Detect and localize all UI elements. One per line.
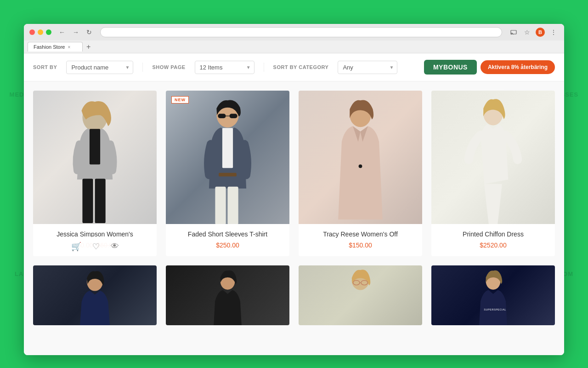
- sort-by-category-select[interactable]: Any Women Men Accessories: [338, 61, 397, 74]
- product-card-4[interactable]: Printed Chiffon Dress $2520.00: [431, 91, 555, 256]
- price-current-4: $2520.00: [480, 242, 506, 249]
- product-image-2: NEW: [166, 91, 289, 224]
- wishlist-icon-1[interactable]: ♡: [92, 242, 100, 252]
- svg-rect-2: [90, 129, 100, 164]
- new-badge-2: NEW: [171, 96, 189, 104]
- filter-divider-2: [264, 63, 264, 72]
- bookmark-button[interactable]: ☆: [522, 28, 532, 37]
- sort-by-category-select-wrap: Any Women Men Accessories ▼: [338, 61, 397, 74]
- new-tab-button[interactable]: +: [85, 43, 92, 51]
- filter-divider-1: [142, 63, 143, 72]
- product-image-7: [299, 265, 422, 325]
- sort-by-select[interactable]: Product name Price: Low to High Price: H…: [66, 61, 133, 74]
- cart-icon-1[interactable]: 🛒: [71, 242, 81, 252]
- browser-toolbar: Fashion Store × +: [24, 40, 564, 53]
- product-image-8: SUPERSPECIAL: [431, 265, 555, 325]
- browser-titlebar: ← → ↻ ☆ B ⋮: [24, 24, 564, 40]
- menu-button[interactable]: ⋮: [548, 28, 559, 37]
- cast-button[interactable]: [509, 28, 519, 36]
- svg-rect-7: [229, 114, 237, 118]
- product-actions-1: 🛒 ♡ 👁: [33, 237, 157, 256]
- product-price-3: $150.00: [303, 242, 418, 249]
- show-page-select[interactable]: 12 Items 24 Items 36 Items 48 Items: [195, 61, 254, 74]
- browser-tab[interactable]: Fashion Store ×: [28, 42, 83, 52]
- reload-button[interactable]: ↻: [85, 28, 94, 37]
- product-image-4: [431, 91, 555, 224]
- maximize-traffic-light[interactable]: [46, 29, 51, 35]
- product-image-6: [166, 265, 289, 325]
- product-price-2: $250.00: [170, 242, 285, 249]
- minimize-traffic-light[interactable]: [38, 29, 43, 35]
- svg-rect-6: [218, 114, 226, 118]
- svg-rect-0: [511, 30, 516, 34]
- product-info-2: Faded Short Sleeves T-shirt $250.00: [166, 224, 289, 256]
- sort-by-category-label: SORT BY CATEGORY: [273, 64, 329, 70]
- back-button[interactable]: ←: [57, 28, 67, 37]
- filter-bar: SORT BY Product name Price: Low to High …: [24, 53, 564, 81]
- tab-label: Fashion Store: [34, 44, 65, 50]
- svg-rect-10: [219, 173, 237, 177]
- svg-point-14: [359, 164, 362, 168]
- product-image-5: [33, 265, 157, 325]
- product-name-2: Faded Short Sleeves T-shirt: [170, 230, 285, 238]
- product-name-3: Tracy Reese Women's Off: [303, 230, 418, 238]
- svg-rect-12: [228, 187, 238, 224]
- sort-by-select-wrap: Product name Price: Low to High Price: H…: [66, 61, 133, 74]
- product-card-5[interactable]: [33, 265, 157, 325]
- address-bar[interactable]: [100, 27, 502, 37]
- sort-by-label: SORT BY: [33, 64, 57, 70]
- view-icon-1[interactable]: 👁: [111, 242, 119, 252]
- product-card-8[interactable]: SUPERSPECIAL: [431, 265, 555, 325]
- tab-close-button[interactable]: ×: [68, 45, 70, 50]
- svg-rect-11: [215, 187, 226, 224]
- product-name-4: Printed Chiffon Dress: [436, 230, 550, 238]
- product-card-6[interactable]: [166, 265, 289, 325]
- product-card-1[interactable]: 🛒 ♡ 👁 Jessica Simpson Women's $50.00 $60…: [33, 91, 157, 256]
- product-card-3[interactable]: Tracy Reese Women's Off $150.00: [299, 91, 422, 256]
- mybonus-container: MYBONUS Aktivera 8% återbäring: [424, 60, 555, 75]
- svg-rect-4: [95, 178, 106, 223]
- product-card-2[interactable]: NEW: [166, 91, 289, 256]
- price-current-2: $250.00: [216, 242, 239, 249]
- product-info-4: Printed Chiffon Dress $2520.00: [431, 224, 555, 256]
- browser-window: ← → ↻ ☆ B ⋮ Fashion Store × + SORT BY: [24, 24, 564, 355]
- product-grid: 🛒 ♡ 👁 Jessica Simpson Women's $50.00 $60…: [24, 81, 564, 334]
- mybonus-button[interactable]: MYBONUS: [424, 60, 477, 75]
- forward-button[interactable]: →: [71, 28, 81, 37]
- aktivera-button[interactable]: Aktivera 8% återbäring: [481, 60, 555, 74]
- product-image-1: [33, 91, 157, 224]
- show-page-label: SHOW PAGE: [152, 64, 185, 70]
- svg-rect-9: [222, 128, 233, 168]
- product-info-3: Tracy Reese Women's Off $150.00: [299, 224, 422, 256]
- page-content: SORT BY Product name Price: Low to High …: [24, 53, 564, 355]
- product-image-3: [299, 91, 422, 224]
- close-traffic-light[interactable]: [29, 29, 35, 35]
- profile-avatar[interactable]: B: [536, 28, 545, 37]
- traffic-lights: [29, 29, 51, 35]
- svg-text:SUPERSPECIAL: SUPERSPECIAL: [484, 308, 506, 311]
- svg-rect-3: [82, 178, 93, 223]
- show-page-select-wrap: 12 Items 24 Items 36 Items 48 Items ▼: [195, 61, 254, 74]
- product-card-7[interactable]: [299, 265, 422, 325]
- price-current-3: $150.00: [349, 242, 372, 249]
- product-price-4: $2520.00: [436, 242, 550, 249]
